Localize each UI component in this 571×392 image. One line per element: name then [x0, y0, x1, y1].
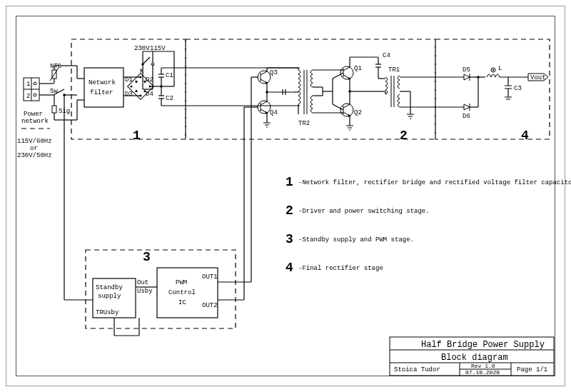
stage-1-number: 1 [133, 129, 141, 143]
title-text: Half Bridge Power Supply [421, 340, 545, 350]
vout-label: Vout [530, 74, 546, 81]
svg-point-146 [492, 69, 494, 71]
power-network-label-2: network [21, 118, 49, 125]
svg-marker-38 [135, 89, 138, 92]
svg-line-100 [343, 104, 350, 108]
q3-label: Q3 [270, 69, 278, 76]
switch-label: Sw [50, 88, 58, 95]
schematic-canvas: 1 2 NTC Sw Sig [0, 0, 571, 392]
network-filter-text-2: filter [90, 89, 113, 96]
page-text: Page 1/1 [517, 366, 547, 373]
standby-text-2: supply [98, 293, 121, 300]
svg-line-25 [143, 57, 150, 64]
svg-line-111 [333, 104, 343, 110]
drawing-sheet: 1 2 NTC Sw Sig [0, 0, 571, 392]
legend-2-text: -Driver and power switching stage. [298, 208, 430, 215]
tr2-label: TR2 [298, 120, 310, 127]
output-rectifier: D5 D6 L C3 Vout [463, 65, 548, 120]
legend-4-num: 4 [286, 261, 293, 275]
out1-label: OUT1 [202, 273, 218, 281]
input-spec-2: or [30, 145, 38, 152]
q4-label: Q4 [270, 109, 278, 116]
svg-line-110 [333, 73, 343, 79]
q2-label: Q2 [354, 109, 362, 116]
legend-1-num: 1 [286, 175, 293, 189]
network-filter-text-1: Network [89, 79, 116, 86]
svg-line-66 [261, 101, 267, 105]
c3-label: C3 [514, 85, 522, 92]
standby-out-label: Out [137, 279, 148, 286]
connector-pin-2: 2 [26, 93, 30, 100]
date-text: 07.10.2020 [465, 369, 500, 376]
stage-2-number: 2 [400, 129, 408, 143]
svg-marker-139 [464, 104, 470, 110]
legend-4-text: -Final rectifier stage [298, 265, 383, 272]
tr1: TR1 [371, 66, 464, 114]
sel-k: K [140, 68, 144, 75]
svg-point-4 [34, 94, 36, 96]
d4-label: D4 [146, 91, 153, 98]
l-label: L [498, 65, 502, 72]
svg-marker-36 [135, 81, 138, 84]
svg-point-3 [34, 82, 36, 85]
power-network-label-1: Power [24, 111, 43, 118]
legend-3-num: 3 [286, 232, 293, 246]
c2-label: C2 [166, 95, 173, 102]
input-spec-1: 115V/60Hz [17, 138, 52, 145]
network-filter-block [84, 68, 123, 107]
pwm-text-2: Control [168, 289, 196, 296]
d2-label: D2 [146, 76, 153, 84]
svg-marker-137 [464, 74, 470, 80]
legend-3-text: -Standby supply and PWM stage. [298, 236, 414, 243]
svg-line-95 [343, 67, 350, 71]
c1-label: C1 [166, 72, 173, 79]
subtitle-text: Block diagram [441, 353, 508, 363]
d5-label: D5 [463, 66, 470, 74]
legend: 1 -Network filter, rectifier bridge and … [286, 175, 571, 275]
title-block: Half Bridge Power Supply Block diagram S… [390, 337, 554, 376]
connector-pin-1: 1 [26, 81, 30, 88]
trusby-label: TRUsby [96, 309, 119, 316]
grounds [263, 114, 414, 130]
driver-pair: Q3 Q4 [244, 68, 278, 300]
svg-rect-16 [52, 106, 56, 113]
standby-text-1: Standby [96, 284, 123, 291]
rev-text: Rev 1.0 [471, 363, 495, 369]
ntc-label: NTC [50, 63, 62, 70]
stage-3-number: 3 [143, 250, 151, 264]
author-text: Stoica Tudor [394, 366, 440, 373]
pwm-text-3: IC [178, 299, 186, 306]
input-spec-3: 230V/50Hz [17, 152, 52, 159]
tr2: TR2 [267, 68, 340, 127]
usby-label: Usby [137, 288, 153, 295]
d3-label: D3 [125, 91, 133, 98]
svg-point-160 [63, 94, 66, 96]
tr1-label: TR1 [388, 66, 400, 74]
out2-label: OUT2 [202, 302, 218, 309]
svg-line-61 [261, 71, 267, 75]
d6-label: D6 [463, 113, 470, 120]
legend-1-text: -Network filter, rectifier bridge and re… [298, 179, 571, 186]
stage-2-box [186, 39, 435, 139]
svg-point-34 [131, 86, 133, 88]
legend-2-num: 2 [286, 203, 293, 218]
pwm-text-1: PWM [176, 279, 187, 286]
svg-point-144 [477, 76, 480, 79]
stage-4-number: 4 [521, 129, 529, 143]
q1-label: Q1 [354, 65, 362, 72]
bridge-rectifier: D1 D2 D3 D4 [123, 74, 153, 100]
c4-label: C4 [383, 52, 390, 59]
stage-4-box [435, 39, 550, 139]
